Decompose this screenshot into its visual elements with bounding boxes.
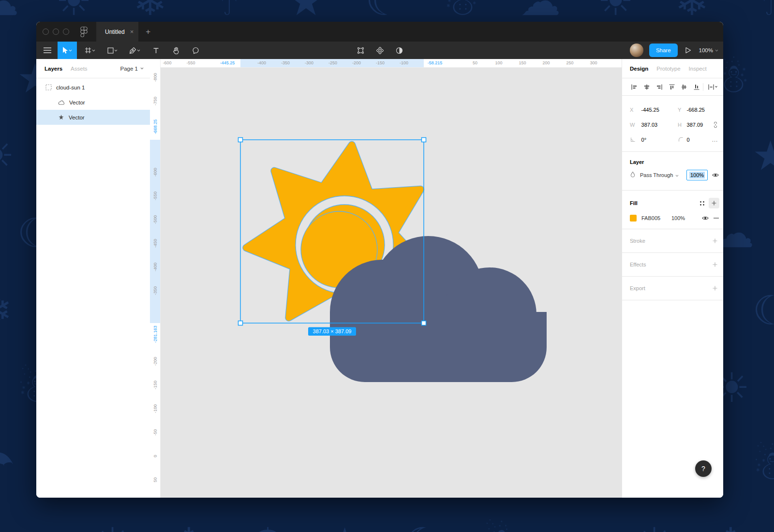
background-icon: ☀ [56, 0, 92, 21]
toolbar: Share 100% [36, 42, 723, 59]
canvas[interactable]: 387.03 × 387.09 [161, 68, 622, 498]
ruler-label: -400 [153, 263, 158, 271]
layer-opacity-input[interactable]: 100% [686, 170, 708, 180]
ruler-label: -150 [376, 59, 385, 67]
remove-fill-button[interactable] [714, 218, 719, 219]
divider [703, 83, 703, 91]
chevron-down-icon [715, 49, 718, 52]
share-button[interactable]: Share [649, 44, 678, 57]
file-tab[interactable]: Untitled × [96, 22, 138, 42]
chevron-down-icon [675, 172, 679, 178]
add-export-button[interactable] [713, 286, 717, 291]
tab-design[interactable]: Design [630, 66, 648, 72]
ruler-label: -50 [153, 429, 158, 435]
zoom-control[interactable]: 100% [699, 47, 718, 53]
mask-button[interactable] [391, 42, 407, 59]
eye-icon [702, 215, 709, 221]
layer-row-frame[interactable]: cloud-sun 1 [36, 80, 150, 95]
text-tool-button[interactable] [148, 42, 164, 59]
play-icon [685, 47, 691, 54]
background-icon: ☾ [365, 0, 402, 21]
hand-tool-button[interactable] [168, 42, 184, 59]
more-options-button[interactable]: … [712, 136, 718, 143]
tab-assets[interactable]: Assets [71, 66, 88, 72]
background-icon: ☁ [17, 522, 58, 532]
layer-row-vector-sun[interactable]: Vector [36, 110, 150, 125]
x-input[interactable]: -445.25 [641, 107, 678, 113]
align-right-button[interactable] [653, 84, 666, 90]
corner-radius-icon [678, 136, 687, 143]
background-icon: ☂ [752, 0, 774, 21]
ruler-label: 50 [473, 59, 477, 67]
background-icon: ☾ [752, 290, 774, 331]
tab-layers[interactable]: Layers [45, 66, 62, 72]
link-icon [713, 121, 718, 128]
styles-icon[interactable] [700, 201, 705, 206]
layer-visibility-toggle[interactable] [712, 172, 719, 178]
layers-list: cloud-sun 1 Vector Vector [36, 78, 150, 125]
fill-color-swatch[interactable] [630, 215, 637, 222]
vertical-ruler: -800-750-668.25-600-550-500-450-400-350-… [150, 59, 161, 498]
help-button[interactable]: ? [695, 460, 712, 477]
shape-tool-button[interactable] [104, 42, 120, 59]
design-panel: Design Prototype Inspect X [622, 59, 723, 498]
ruler-label: 300 [590, 59, 597, 67]
window-minimize-button[interactable] [53, 29, 59, 35]
chevron-down-icon [69, 49, 72, 52]
tab-inspect[interactable]: Inspect [689, 66, 707, 72]
comment-tool-button[interactable] [187, 42, 204, 59]
user-avatar[interactable] [630, 44, 643, 57]
ruler-label: -550 [186, 59, 195, 67]
left-panel-tabs: Layers Assets Page 1 [36, 59, 150, 78]
layer-section: Layer Pass Through 100% [622, 152, 723, 191]
fill-visibility-toggle[interactable] [702, 215, 709, 221]
width-input[interactable]: 387.03 [641, 122, 678, 128]
tab-prototype[interactable]: Prototype [656, 66, 680, 72]
move-tool-button[interactable] [58, 42, 77, 59]
edit-object-button[interactable] [352, 42, 369, 59]
height-label: H [678, 122, 687, 128]
add-stroke-button[interactable] [713, 238, 717, 243]
distribute-button[interactable] [705, 84, 719, 90]
new-tab-button[interactable]: + [146, 27, 150, 37]
rectangle-icon [107, 47, 114, 54]
position-row: X -445.25 Y -668.25 [622, 102, 723, 117]
rotation-input[interactable]: 0° [641, 137, 678, 143]
window-close-button[interactable] [43, 29, 49, 35]
constrain-proportions-toggle[interactable] [713, 121, 718, 128]
present-button[interactable] [684, 42, 693, 59]
layer-row-vector-cloud[interactable]: Vector [36, 95, 150, 110]
y-input[interactable]: -668.25 [687, 107, 723, 113]
text-icon [153, 47, 159, 54]
add-effect-button[interactable] [713, 262, 717, 267]
add-fill-button[interactable] [709, 198, 719, 208]
help-button-label: ? [701, 465, 705, 473]
align-bottom-button[interactable] [690, 84, 703, 90]
align-vertical-center-button[interactable] [678, 84, 691, 90]
blend-mode-select[interactable]: Pass Through [640, 172, 673, 178]
frame-tool-button[interactable] [82, 42, 98, 59]
main-menu-button[interactable] [39, 42, 56, 59]
chevron-down-icon [140, 67, 144, 70]
fill-section: Fill FAB005 100% [622, 191, 723, 229]
create-component-button[interactable] [372, 42, 388, 59]
layer-opacity-value: 100% [689, 172, 705, 178]
plus-icon [713, 238, 717, 243]
fill-opacity-input[interactable]: 100% [671, 215, 685, 221]
align-left-button[interactable] [628, 84, 640, 90]
layer-name: Vector [69, 100, 85, 105]
alignment-row [622, 78, 723, 96]
ruler-label: 0 [153, 455, 158, 457]
selection-handle-sw [238, 321, 243, 325]
horizontal-ruler: -600-550-445.25-400-350-300-250-200-150-… [161, 59, 622, 68]
tab-close-icon[interactable]: × [130, 28, 134, 35]
fill-hex-input[interactable]: FAB005 [641, 215, 671, 221]
effects-section: Effects [622, 253, 723, 277]
align-top-button[interactable] [666, 84, 678, 90]
ruler-label: -281.163 [153, 325, 158, 343]
page-selector[interactable]: Page 1 [120, 66, 144, 72]
align-horizontal-center-button[interactable] [640, 84, 653, 90]
pen-tool-button[interactable] [126, 42, 143, 59]
window-maximize-button[interactable] [63, 29, 69, 35]
background-icon: ☁ [0, 0, 19, 21]
